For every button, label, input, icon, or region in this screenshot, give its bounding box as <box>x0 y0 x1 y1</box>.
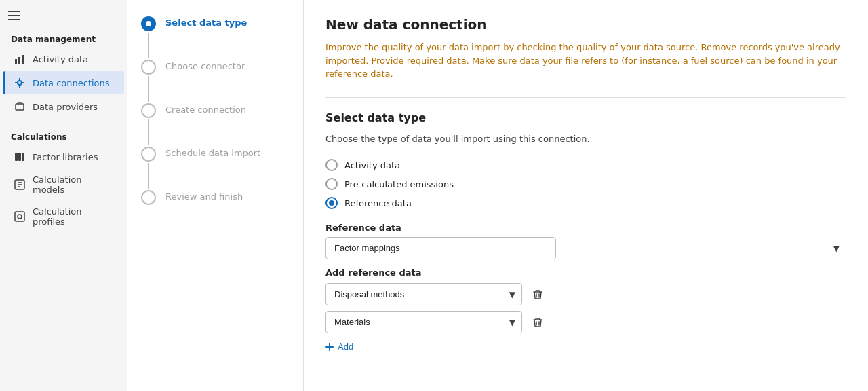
step-connector-1 <box>141 16 156 60</box>
svg-rect-11 <box>16 104 24 110</box>
step-schedule-data-import: Schedule data import <box>141 147 290 190</box>
step-review-and-finish: Review and finish <box>141 190 290 205</box>
sidebar-item-label-calculation-profiles: Calculation profiles <box>33 206 113 227</box>
svg-rect-2 <box>8 19 20 20</box>
radio-circle-reference-data <box>326 197 338 209</box>
step-choose-connector: Choose connector <box>141 60 290 103</box>
step-connector-3 <box>141 103 156 147</box>
radio-group-data-type: Activity data Pre-calculated emissions R… <box>326 159 846 209</box>
svg-rect-1 <box>8 15 20 16</box>
svg-rect-12 <box>15 153 18 161</box>
step-select-data-type: Select data type <box>141 16 290 60</box>
calculation-models-icon <box>14 179 26 191</box>
sidebar-item-activity-data[interactable]: Activity data <box>3 48 124 71</box>
sidebar-section-calculations: Calculations Factor libraries Calculatio… <box>0 126 127 233</box>
radio-reference-data[interactable]: Reference data <box>326 197 846 209</box>
reference-data-dropdown-container: Factor mappings Emission factors Supplie… <box>326 237 846 259</box>
factor-libraries-icon <box>14 151 26 163</box>
step-label-review-and-finish: Review and finish <box>165 190 243 202</box>
radio-activity-data[interactable]: Activity data <box>326 159 846 171</box>
add-reference-button[interactable]: Add <box>326 339 353 354</box>
sidebar-section-label-calculations: Calculations <box>0 126 127 145</box>
radio-pre-calculated-emissions[interactable]: Pre-calculated emissions <box>326 178 846 190</box>
data-connections-icon <box>14 77 26 89</box>
sidebar-item-label-data-connections: Data connections <box>33 78 110 88</box>
sidebar-item-calculation-profiles[interactable]: Calculation profiles <box>3 201 124 232</box>
svg-rect-14 <box>22 153 24 161</box>
calculation-profiles-icon <box>14 210 26 223</box>
step-circle-5 <box>141 190 156 205</box>
step-circle-4 <box>141 147 156 162</box>
hamburger-button[interactable] <box>0 0 127 28</box>
radio-circle-activity-data <box>326 159 338 171</box>
step-label-choose-connector: Choose connector <box>165 60 245 71</box>
step-line-4 <box>148 163 149 189</box>
sidebar-item-data-connections[interactable]: Data connections <box>3 71 124 94</box>
add-reference-row-2: Materials Disposal methods Fuel sources … <box>326 311 846 333</box>
svg-point-6 <box>18 81 22 85</box>
add-reference-label: Add reference data <box>326 267 846 278</box>
step-connector-4 <box>141 147 156 190</box>
radio-circle-pre-calculated <box>326 178 338 190</box>
svg-rect-4 <box>18 57 20 64</box>
sidebar: Data management Activity data Data conne… <box>0 0 127 391</box>
delete-row-1-button[interactable] <box>528 284 548 305</box>
activity-data-icon <box>14 53 26 65</box>
section-description: Choose the type of data you'll import us… <box>326 132 597 146</box>
svg-point-20 <box>18 215 22 219</box>
sidebar-item-label-data-providers: Data providers <box>33 102 98 112</box>
sidebar-item-label-activity-data: Activity data <box>33 54 88 64</box>
radio-label-activity-data: Activity data <box>344 160 400 170</box>
sidebar-item-factor-libraries[interactable]: Factor libraries <box>3 145 124 168</box>
step-circle-1 <box>141 16 156 31</box>
sidebar-item-label-calculation-models: Calculation models <box>33 174 113 195</box>
step-label-create-connection: Create connection <box>165 103 246 115</box>
svg-rect-0 <box>8 11 20 12</box>
svg-rect-3 <box>15 59 17 64</box>
add-ref-dropdown-2[interactable]: Materials Disposal methods Fuel sources <box>326 311 522 333</box>
reference-data-dropdown[interactable]: Factor mappings Emission factors Supplie… <box>326 237 556 259</box>
section-title: Select data type <box>326 111 846 124</box>
step-label-schedule-data-import: Schedule data import <box>165 147 260 158</box>
step-line-2 <box>148 76 149 102</box>
step-line-3 <box>148 119 149 145</box>
delete-row-2-button[interactable] <box>528 312 548 333</box>
info-banner: Improve the quality of your data import … <box>326 41 846 81</box>
sidebar-section-data-management: Data management Activity data Data conne… <box>0 28 127 119</box>
radio-label-reference-data: Reference data <box>344 198 412 208</box>
page-title: New data connection <box>326 16 846 33</box>
section-divider <box>326 97 846 98</box>
step-circle-3 <box>141 103 156 118</box>
main-content: New data connection Improve the quality … <box>304 0 868 391</box>
reference-data-dropdown-arrow: ▼ <box>833 244 840 253</box>
sidebar-item-label-factor-libraries: Factor libraries <box>33 152 98 162</box>
add-ref-dropdown-container-1: Disposal methods Materials Fuel sources … <box>326 283 522 305</box>
sidebar-item-data-providers[interactable]: Data providers <box>3 95 124 118</box>
add-ref-dropdown-1[interactable]: Disposal methods Materials Fuel sources <box>326 283 522 305</box>
svg-rect-19 <box>15 212 24 221</box>
add-reference-button-label: Add <box>338 341 353 352</box>
stepper-panel: Select data type Choose connector Create… <box>127 0 304 391</box>
step-connector-2 <box>141 60 156 103</box>
svg-rect-5 <box>22 55 24 64</box>
reference-data-field-label: Reference data <box>326 223 846 233</box>
step-circle-2 <box>141 60 156 75</box>
step-create-connection: Create connection <box>141 103 290 147</box>
data-providers-icon <box>14 100 26 113</box>
step-label-select-data-type: Select data type <box>165 16 247 28</box>
step-connector-5 <box>141 190 156 205</box>
add-reference-row-1: Disposal methods Materials Fuel sources … <box>326 283 846 305</box>
svg-rect-13 <box>18 153 21 161</box>
sidebar-item-calculation-models[interactable]: Calculation models <box>3 169 124 200</box>
radio-label-pre-calculated: Pre-calculated emissions <box>344 179 454 189</box>
add-ref-dropdown-container-2: Materials Disposal methods Fuel sources … <box>326 311 522 333</box>
step-line-1 <box>148 33 149 58</box>
sidebar-section-label-data-management: Data management <box>0 28 127 47</box>
